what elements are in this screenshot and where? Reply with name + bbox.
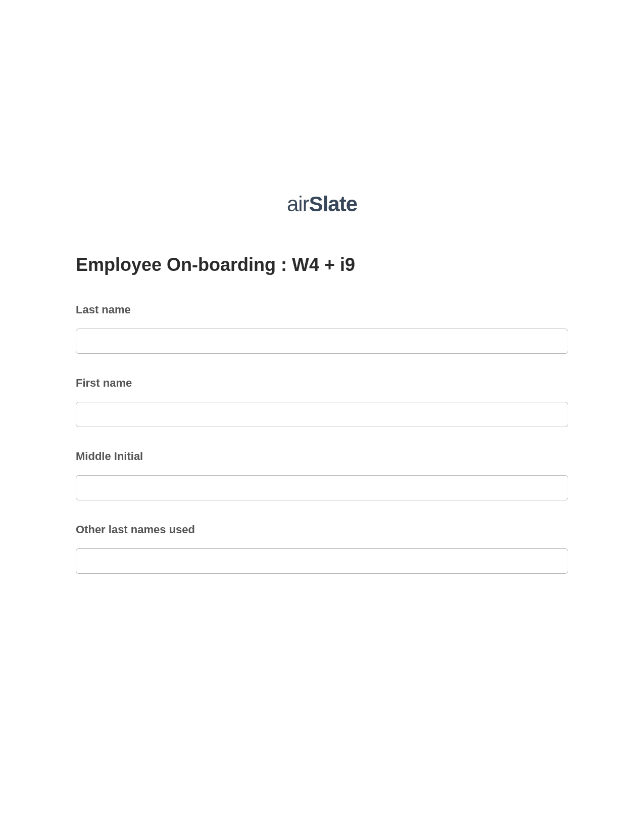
logo-air-text: air: [287, 192, 309, 216]
form-container: airSlate Employee On-boarding : W4 + i9 …: [76, 192, 568, 596]
form-group-middle-initial: Middle Initial: [76, 450, 568, 500]
form-group-last-name: Last name: [76, 303, 568, 354]
form-group-first-name: First name: [76, 377, 568, 427]
label-middle-initial: Middle Initial: [76, 450, 568, 463]
label-other-last-names: Other last names used: [76, 523, 568, 536]
logo-slate-text: Slate: [309, 192, 357, 216]
logo: airSlate: [76, 192, 568, 216]
form-title: Employee On-boarding : W4 + i9: [76, 254, 568, 275]
label-first-name: First name: [76, 377, 568, 390]
form-group-other-last-names: Other last names used: [76, 523, 568, 574]
input-last-name[interactable]: [76, 329, 568, 354]
label-last-name: Last name: [76, 303, 568, 316]
input-first-name[interactable]: [76, 402, 568, 427]
logo-text: airSlate: [287, 192, 357, 216]
input-middle-initial[interactable]: [76, 475, 568, 500]
input-other-last-names[interactable]: [76, 548, 568, 574]
